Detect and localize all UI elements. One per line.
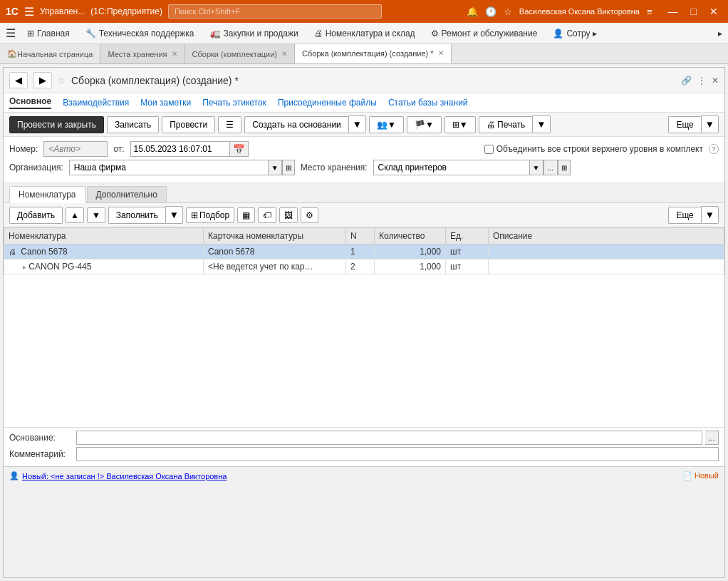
org-label: Организация: bbox=[9, 163, 63, 173]
move-up-button[interactable]: ▲ bbox=[66, 207, 84, 223]
tab-assembly-new-label: Сборка (комплектация) (создание) * bbox=[302, 49, 434, 58]
star-icon[interactable]: ☆ bbox=[504, 6, 512, 17]
calendar-button[interactable]: 📅 bbox=[230, 141, 249, 157]
org-dropdown-button[interactable]: ▼ bbox=[269, 160, 282, 175]
sub-tab-interactions[interactable]: Взаимодействия bbox=[63, 98, 129, 108]
row1-description bbox=[489, 245, 724, 259]
table-row[interactable]: 🖨 Canon 5678 Canon 5678 1 1,000 шт bbox=[4, 245, 724, 259]
combine-checkbox[interactable] bbox=[484, 145, 494, 154]
table-button[interactable]: ⊞▼ bbox=[444, 116, 476, 133]
org-input[interactable] bbox=[69, 160, 269, 175]
create-basis-button[interactable]: Создать на основании bbox=[244, 116, 348, 133]
table-more-arrow[interactable]: ▼ bbox=[701, 206, 719, 224]
barcode-button[interactable]: ▦ bbox=[237, 207, 255, 223]
hamburger-icon[interactable]: ☰ bbox=[24, 5, 34, 19]
fill-button[interactable]: Заполнить bbox=[108, 207, 165, 224]
date-input[interactable] bbox=[130, 141, 230, 157]
table-row[interactable]: ▸ CANON PG-445 <Не ведется учет по кар… … bbox=[4, 259, 724, 274]
combine-checkbox-area: Объединить все строки верхнего уровня в … bbox=[484, 144, 719, 154]
doc-close-icon[interactable]: ✕ bbox=[712, 76, 719, 86]
print-arrow[interactable]: ▼ bbox=[532, 115, 550, 133]
storage-dropdown-button[interactable]: ▼ bbox=[530, 160, 544, 175]
menu-item-tech-support[interactable]: 🔧 Техническая поддержка bbox=[78, 26, 202, 41]
user-status-link[interactable]: Новый: <не записан !> Василевская Оксана… bbox=[22, 472, 227, 480]
org-open-button[interactable]: ⊞ bbox=[282, 160, 295, 175]
sub-tab-print-labels[interactable]: Печать этикеток bbox=[202, 98, 266, 108]
basis-more-button[interactable]: … bbox=[705, 431, 719, 445]
more-arrow[interactable]: ▼ bbox=[701, 115, 719, 133]
print-button[interactable]: 🖨 Печать bbox=[479, 116, 533, 133]
notification-icon[interactable]: 🔔 bbox=[467, 6, 478, 17]
minimize-button[interactable]: — bbox=[664, 4, 682, 19]
comment-input[interactable] bbox=[76, 447, 719, 461]
menu-item-nomenclature[interactable]: 🖨 Номенклатура и склад bbox=[307, 26, 422, 41]
settings-table-button[interactable]: ⚙ bbox=[301, 207, 318, 223]
selection-button[interactable]: ⊞ Подбор bbox=[186, 207, 234, 223]
tab-assembly-new[interactable]: Сборка (комплектация) (создание) * ✕ bbox=[295, 44, 452, 63]
maximize-button[interactable]: □ bbox=[687, 4, 701, 19]
basis-input[interactable] bbox=[76, 431, 702, 445]
menu-item-repair[interactable]: ⚙ Ремонт и обслуживание bbox=[424, 26, 545, 41]
number-input[interactable] bbox=[43, 141, 108, 157]
tab-assemblies-close[interactable]: ✕ bbox=[281, 50, 287, 58]
tab-home[interactable]: 🏠 Начальная страница bbox=[0, 44, 100, 63]
org-combo: ▼ ⊞ bbox=[69, 160, 295, 175]
menu-item-staff[interactable]: 👤 Сотру ▸ bbox=[546, 26, 603, 41]
tab-storage-close[interactable]: ✕ bbox=[172, 50, 177, 58]
inner-tab-additional[interactable]: Дополнительно bbox=[87, 186, 167, 202]
inner-tab-nomenclature[interactable]: Номенклатура bbox=[9, 186, 85, 203]
table-more-button[interactable]: Еще bbox=[668, 207, 700, 224]
flag-button[interactable]: 🏴▼ bbox=[407, 116, 442, 133]
more-button[interactable]: Еще bbox=[668, 116, 700, 133]
table-header: Номенклатура Карточка номенклатуры N Кол… bbox=[4, 228, 724, 245]
row1-qty: 1,000 bbox=[375, 245, 446, 259]
add-row-button[interactable]: Добавить bbox=[9, 207, 63, 224]
sub-tab-attached-files[interactable]: Присоединенные файлы bbox=[278, 98, 377, 108]
tab-assemblies[interactable]: Сборки (комплектации) ✕ bbox=[185, 44, 296, 63]
post-button[interactable]: Провести bbox=[162, 116, 215, 133]
more-dots-icon[interactable]: ⋮ bbox=[697, 76, 706, 86]
create-basis-group: Создать на основании ▼ bbox=[244, 115, 366, 133]
forward-button[interactable]: ▶ bbox=[33, 72, 52, 88]
print-group: 🖨 Печать ▼ bbox=[479, 115, 551, 133]
persons-button[interactable]: 👥▼ bbox=[369, 116, 404, 133]
row2-qty: 1,000 bbox=[375, 259, 446, 274]
storage-open-button[interactable]: ⊞ bbox=[558, 160, 571, 175]
wrench-icon: 🔧 bbox=[85, 29, 96, 38]
history-icon[interactable]: 🕐 bbox=[485, 6, 496, 17]
link-icon[interactable]: 🔗 bbox=[681, 76, 692, 86]
sub-tab-notes[interactable]: Мои заметки bbox=[140, 98, 191, 108]
col-header-n: N bbox=[346, 228, 375, 245]
status-bar: 👤 Новый: <не записан !> Василевская Окса… bbox=[4, 466, 724, 485]
truck-icon: 🚛 bbox=[210, 29, 221, 38]
info-icon[interactable]: ? bbox=[709, 144, 719, 154]
date-field: 📅 bbox=[130, 141, 249, 157]
sub-tab-knowledge-base[interactable]: Статьи базы знаний bbox=[388, 98, 468, 108]
menu-item-home[interactable]: ⊞ Главная bbox=[20, 26, 77, 41]
tab-storage[interactable]: Места хранения ✕ bbox=[100, 44, 184, 63]
sub-tab-basic[interactable]: Основное bbox=[9, 96, 51, 109]
menu-hamburger-icon[interactable]: ☰ bbox=[3, 24, 19, 43]
row2-card: <Не ведется учет по кар… bbox=[204, 259, 346, 274]
back-button[interactable]: ◀ bbox=[9, 72, 28, 88]
global-search-input[interactable] bbox=[168, 4, 382, 19]
favorite-star-icon[interactable]: ☆ bbox=[58, 76, 66, 86]
status-badge: Новый bbox=[695, 471, 719, 480]
app-logo: 1С bbox=[6, 6, 19, 17]
storage-input[interactable] bbox=[373, 160, 530, 175]
storage-more-button[interactable]: … bbox=[544, 160, 558, 175]
close-button[interactable]: ✕ bbox=[705, 4, 722, 19]
create-basis-arrow[interactable]: ▼ bbox=[348, 115, 366, 133]
fill-arrow[interactable]: ▼ bbox=[165, 206, 183, 224]
save-button[interactable]: Записать bbox=[107, 116, 159, 133]
tag-button[interactable]: 🏷 bbox=[258, 207, 276, 223]
list-icon[interactable]: ≡ bbox=[647, 6, 652, 17]
person-icon: 👤 bbox=[553, 29, 563, 38]
move-down-button[interactable]: ▼ bbox=[87, 207, 105, 223]
doc-list-button[interactable]: ☰ bbox=[218, 116, 241, 133]
post-close-button[interactable]: Провести и закрыть bbox=[9, 116, 104, 133]
menu-more-arrow[interactable]: ▸ bbox=[715, 26, 725, 41]
menu-item-purchases[interactable]: 🚛 Закупки и продажи bbox=[203, 26, 306, 41]
tab-assembly-new-close[interactable]: ✕ bbox=[438, 49, 444, 57]
image-button[interactable]: 🖼 bbox=[279, 207, 298, 223]
